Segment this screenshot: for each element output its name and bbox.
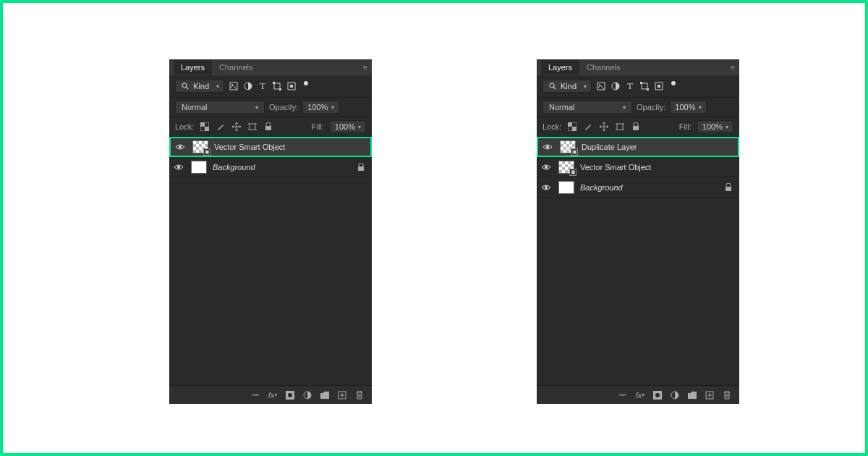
panel-bottom-bar: fx▾ <box>169 385 372 404</box>
filter-toggle-indicator[interactable] <box>671 81 676 85</box>
visibility-icon[interactable] <box>541 184 553 191</box>
svg-line-29 <box>554 88 556 90</box>
lock-icon <box>725 183 735 192</box>
blend-row: Normal ▾ Opacity: 100% ▾ <box>169 98 372 117</box>
visibility-icon[interactable] <box>541 164 553 171</box>
group-icon[interactable] <box>687 392 697 399</box>
filter-type-icon[interactable]: T <box>625 80 635 92</box>
blend-row: Normal ▾ Opacity: 100% ▾ <box>537 98 739 117</box>
filter-image-icon[interactable] <box>229 82 239 90</box>
opacity-dropdown[interactable]: 100% ▾ <box>302 101 339 114</box>
delete-icon[interactable] <box>354 391 365 400</box>
fx-icon[interactable]: fx▾ <box>635 391 645 400</box>
group-icon[interactable] <box>320 392 330 399</box>
filter-image-icon[interactable] <box>596 82 606 90</box>
lock-all-icon[interactable] <box>631 122 641 131</box>
fx-icon[interactable]: fx▾ <box>268 391 278 400</box>
visibility-icon[interactable] <box>174 164 185 171</box>
blend-mode-dropdown[interactable]: Normal ▾ <box>542 101 632 114</box>
filter-kind-dropdown[interactable]: Kind ▾ <box>542 80 592 93</box>
lock-pixels-icon[interactable] <box>216 122 226 131</box>
layer-row[interactable]: ▣ Vector Smart Object <box>537 157 739 177</box>
layer-name[interactable]: Background <box>213 163 352 172</box>
lock-artboard-icon[interactable] <box>615 122 625 131</box>
svg-rect-5 <box>274 83 280 89</box>
svg-rect-39 <box>568 122 572 127</box>
lock-transparency-icon[interactable] <box>567 122 577 131</box>
svg-rect-21 <box>358 166 364 171</box>
lock-pixels-icon[interactable] <box>583 122 593 131</box>
svg-line-1 <box>187 88 189 90</box>
link-icon[interactable] <box>618 392 628 399</box>
filter-shape-icon[interactable] <box>639 82 650 90</box>
visibility-icon[interactable] <box>542 143 554 151</box>
tab-channels[interactable]: Channels <box>579 60 627 75</box>
layer-name[interactable]: Background <box>580 183 719 192</box>
layer-thumbnail[interactable]: ▣ <box>558 161 574 174</box>
panel-menu-icon[interactable]: ≡ <box>725 63 735 72</box>
blend-mode-dropdown[interactable]: Normal ▾ <box>175 101 265 114</box>
svg-point-19 <box>179 145 182 148</box>
svg-rect-46 <box>633 126 639 130</box>
layer-thumbnail[interactable] <box>558 181 574 194</box>
fill-label: Fill: <box>679 122 692 131</box>
lock-all-icon[interactable] <box>263 122 273 131</box>
chevron-down-icon: ▾ <box>331 104 334 111</box>
mask-icon[interactable] <box>285 391 295 400</box>
filter-kind-dropdown[interactable]: Kind ▾ <box>175 80 224 93</box>
svg-rect-40 <box>572 127 576 131</box>
tab-layers[interactable]: Layers <box>541 60 579 75</box>
filter-toggle-indicator[interactable] <box>304 81 308 85</box>
filter-smartobject-icon[interactable] <box>654 82 664 90</box>
filter-adjustment-icon[interactable] <box>243 82 253 90</box>
panel-menu-icon[interactable]: ≡ <box>357 63 367 72</box>
new-layer-icon[interactable] <box>337 391 347 400</box>
svg-rect-35 <box>647 88 649 90</box>
layer-thumbnail[interactable]: ▣ <box>192 140 208 153</box>
delete-icon[interactable] <box>722 391 732 400</box>
chevron-down-icon: ▾ <box>623 104 626 111</box>
adjustment-icon[interactable] <box>302 391 312 400</box>
panel-tabs: Layers Channels ≡ <box>537 59 739 75</box>
lock-transparency-icon[interactable] <box>200 122 210 131</box>
adjustment-icon[interactable] <box>670 391 680 400</box>
layer-name[interactable]: Vector Smart Object <box>214 143 366 151</box>
visibility-icon[interactable] <box>175 143 187 151</box>
smartobject-badge-icon: ▣ <box>571 148 578 156</box>
layer-row[interactable]: ▣ Vector Smart Object <box>169 137 372 157</box>
opacity-value: 100% <box>307 103 328 111</box>
filter-smartobject-icon[interactable] <box>286 82 297 90</box>
svg-rect-13 <box>250 124 255 130</box>
layers-list: ▣ Vector Smart Object Background <box>169 137 372 177</box>
tab-layers[interactable]: Layers <box>174 60 212 75</box>
chevron-down-icon: ▾ <box>726 124 728 130</box>
tab-channels[interactable]: Channels <box>212 60 260 75</box>
filter-row: Kind ▾ T <box>169 75 372 98</box>
layer-row[interactable]: Background <box>537 177 739 198</box>
layer-thumbnail[interactable]: ▣ <box>560 140 576 153</box>
layer-thumbnail[interactable] <box>191 161 207 174</box>
fill-dropdown[interactable]: 100% ▾ <box>330 120 366 133</box>
layer-name[interactable]: Vector Smart Object <box>580 163 735 172</box>
filter-shape-icon[interactable] <box>272 82 282 90</box>
panel-tabs: Layers Channels ≡ <box>169 59 372 75</box>
filter-kind-label: Kind <box>193 82 209 90</box>
layer-row[interactable]: Background <box>169 157 372 177</box>
svg-rect-50 <box>726 187 731 191</box>
link-icon[interactable] <box>250 392 260 399</box>
new-layer-icon[interactable] <box>705 391 715 400</box>
fill-dropdown[interactable]: 100% ▾ <box>697 120 733 133</box>
filter-adjustment-icon[interactable] <box>610 82 621 90</box>
layer-row[interactable]: ▣ Duplicate Layer <box>537 137 739 157</box>
opacity-value: 100% <box>675 103 695 111</box>
svg-point-28 <box>550 83 554 88</box>
mask-icon[interactable] <box>652 391 663 400</box>
filter-type-icon[interactable]: T <box>258 80 268 92</box>
layer-name[interactable]: Duplicate Layer <box>582 143 733 151</box>
lock-position-icon[interactable] <box>599 122 609 131</box>
chevron-down-icon: ▾ <box>358 124 361 130</box>
fill-value: 100% <box>702 122 723 131</box>
lock-artboard-icon[interactable] <box>247 122 258 131</box>
opacity-dropdown[interactable]: 100% ▾ <box>670 101 706 114</box>
lock-position-icon[interactable] <box>231 122 242 131</box>
